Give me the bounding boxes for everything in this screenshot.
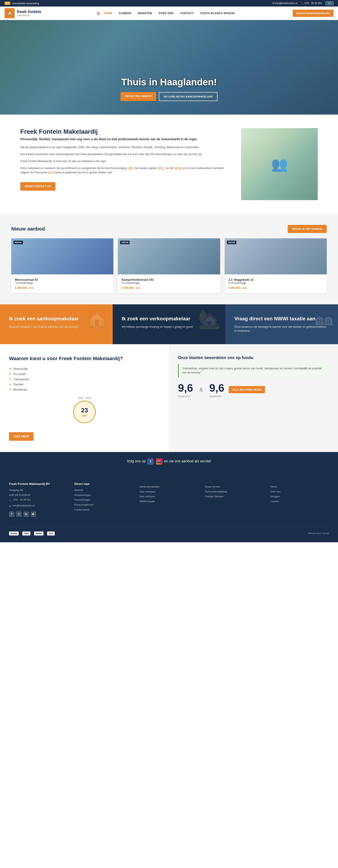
top-bar: 9,5 Gemiddelde beoordeling ✉ info@freekf… [0,0,338,6]
about-body-1: Wij zijn gespecialiseerd in de regio Haa… [20,145,232,150]
cta-block-aankoop[interactable]: 🏠 Ik zoek een aankoopmakelaar Waarom sch… [0,304,113,344]
quote-box: "indistelbaar, reageert snel op mijn vra… [178,364,329,377]
footer-contact[interactable]: Contact [271,499,329,503]
nav-costa[interactable]: COSTA BLANCA SPANJE [197,10,237,17]
listing-info-1: Mimosastraat 43 'S-Gravenhage € 285.000,… [11,274,113,293]
listing-street-2: Kamperfoeliestraat 191 [121,278,216,281]
check-icon: ✔ [9,388,11,391]
footer-huis-verhuren[interactable]: Huis verhuren [140,495,198,499]
view-all-listings-button[interactable]: BEKIJK AL HET AANBOD [288,225,327,233]
why-right: Onze klanten beoordelen ons op funda: "i… [169,344,338,452]
nav-over-ons[interactable]: OVER ONS [156,10,176,17]
check-icon: ✔ [9,372,11,376]
listings-title: Nieuw aanbod [11,226,45,232]
ann-years: 2002 - 2024 [78,397,91,399]
footer-twitter-icon: t [16,512,22,517]
footer-nwwi-taxatie[interactable]: NWWI taxatie [140,499,198,503]
contact-button[interactable]: NEEM CONTACT OP [20,182,55,191]
nav-home[interactable]: HOME [101,10,115,17]
footer-home[interactable]: Home [271,485,329,489]
label-verkoop: VERKOOP [178,395,193,398]
footer-col3: Aankoopmakelaar Huis verkopen Huis verhu… [140,482,198,518]
why-section: Waarom kiest u voor Freek Fontein Makela… [0,344,338,452]
vbo-link[interactable]: VBO [128,166,133,170]
footer-verhuur[interactable]: Verhuurbemiddeling [205,490,264,494]
brand-sub: makelaardij [17,14,41,17]
footer-col4: Expat service Verhuurbemiddeling Overige… [205,482,264,518]
brand-name: freek fontein [17,10,41,14]
footer-link-aanbod[interactable]: Aanbod [74,488,133,492]
footer-company: Freek Fontein Makelaardij BV Haagweg 68 … [9,482,67,518]
nav-aanbod[interactable]: AANBOD [116,10,134,17]
listing-info-3: J.J. Heggekade 12 'S-Gravenhage € 300.00… [225,274,327,293]
nav-diensten[interactable]: DIENSTEN [135,10,155,17]
footer-twitter[interactable]: t [16,512,22,517]
listing-city-2: 'S-Gravenhage [121,281,216,284]
footer-overige[interactable]: Overige diensten [205,495,264,499]
about-section: Freek Fontein Makelaardij Persoonlijk, f… [11,115,327,214]
about-subtitle: Persoonlijk, flexibel, transparant met o… [20,137,232,142]
avg-link[interactable]: AVG [48,171,53,174]
alle-beoordelingen-button[interactable]: ALLE BEOORDELINGEN [229,386,265,393]
hero-section: Thuis in Haaglanden! BEKIJK ONS AANBOD N… [0,20,338,115]
why-item-bereikbaar: ✔Bereikbaar [9,387,160,392]
facebook-link[interactable]: f [147,459,155,463]
listing-price-2: € 365.000,- k.k. [121,286,216,289]
phone-link[interactable]: 📞 070 - 30 30 051 [301,2,322,5]
cta-block-taxatie[interactable]: 🏘 Vraag direct een NWWI taxatie aan Onze… [225,304,338,344]
rating-aankoop: 9,6 AANKOOP [209,382,224,398]
hero-content: Thuis in Haaglanden! BEKIJK ONS AANBOD N… [120,77,218,101]
facebook-icon: f [147,458,154,465]
footer-link-huurwoningen[interactable]: Huurwoningen [74,498,133,502]
lees-meer-button[interactable]: LEES MEER [9,432,34,441]
email-icon: ✉ [273,2,275,4]
no-cure-button[interactable]: NO CURE NO PAY AANKOOPMAKELAAR [159,92,218,101]
nav-contact[interactable]: CONTACT [177,10,196,17]
new-badge-3: NIEUW [227,241,236,244]
social-bar: Volg ons op f 📷 en zie ons aanbod als ee… [0,452,338,471]
listing-image-3: NIEUW [225,238,327,274]
ampersand: & [199,386,203,393]
about-body-3: Freek Fontein Makelaardij, al meer dan 2… [20,159,232,163]
footer-company-name: Freek Fontein Makelaardij BV [9,482,67,486]
footer-inloggen[interactable]: Inloggen [271,495,329,499]
footer-address1: Haagweg 68 [9,488,67,492]
cta-icon-aankoop: 🏠 [86,309,108,330]
rating-badge: 9,5 [4,2,10,5]
ratings-title: Onze klanten beoordelen ons op funda: [178,355,329,360]
nwwi-link[interactable]: NWWI [174,166,182,170]
footer-topsite: Website door Topsite [308,532,329,535]
footer-over-ons[interactable]: Over ons [271,490,329,494]
listings-section: Nieuw aanbod BEKIJK AL HET AANBOD NIEUW … [0,214,338,304]
listing-info-2: Kamperfoeliestraat 191 'S-Gravenhage € 3… [118,274,220,293]
bekijk-aanbod-button[interactable]: BEKIJK ONS AANBOD [120,92,156,101]
instagram-link[interactable]: 📷 [156,459,164,463]
nrvt-link[interactable]: NRVT [158,166,165,170]
check-icon: ✔ [9,367,11,371]
listing-card: NIEUW Mimosastraat 43 'S-Gravenhage € 28… [11,238,113,293]
cta-block-verkoop[interactable]: 🏡 Ik zoek een verkoopmakelaar Wij hebben… [113,304,225,344]
footer-facebook[interactable]: f [9,512,15,517]
footer-youtube[interactable]: ▶ [31,512,36,517]
new-badge-2: NIEUW [120,241,130,244]
footer-linkedin[interactable]: in [23,512,29,517]
footer-link-koopwoningen[interactable]: Koopwoningen [74,493,133,497]
cta-icon-verkoop: 🏡 [198,309,221,330]
email-link[interactable]: ✉ info@freekfontein.nl [273,2,297,5]
footer-huis-verkopen[interactable]: Huis verkopen [140,490,198,494]
ratings-row: 9,6 VERKOOP & 9,6 AANKOOP ALLE BEOORDELI… [178,382,329,398]
listing-city-1: 'S-Gravenhage [15,281,110,284]
score-aankoop: 9,6 [209,382,224,394]
footer-phone[interactable]: 070 - 30 30 051 [13,498,31,502]
gratis-waardebepaling-button[interactable]: GRATIS WAARDEBEPALING [293,10,334,17]
vbo-badge: VBO [326,1,334,5]
cta-icon-taxatie: 🏘 [315,309,334,330]
footer-link-privacy[interactable]: Privacyreglement [74,503,133,507]
why-item-flexibel: ✔Flexibel [9,382,160,387]
footer-link-cookie[interactable]: Cookie beleid [74,508,133,512]
footer-aankoopmakelaar[interactable]: Aankoopmakelaar [140,485,198,489]
footer-expat[interactable]: Expat service [205,485,264,489]
footer-email[interactable]: info@freekfontein.nl [12,504,34,508]
listing-image-1: NIEUW [11,238,113,274]
phone-icon: 📞 [301,2,305,4]
